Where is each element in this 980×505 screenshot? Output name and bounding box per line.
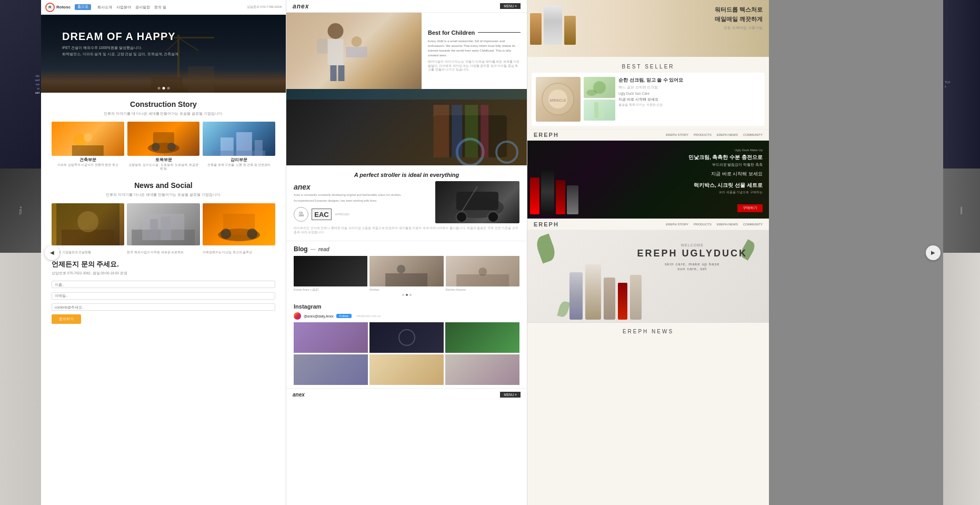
contact-desc: 상담번호 070-7022-3082, 평일 09:00-18:00 운영 (52, 271, 275, 275)
ereph-nav-bar-2: EREPH EREPH STORY PRODUCTS EREPH NEWS CO… (527, 219, 769, 230)
insta-bio: info@anex.com.ua (356, 314, 381, 318)
svg-rect-52 (456, 274, 509, 286)
insta-grid (294, 322, 519, 385)
insta-cell-3 (445, 322, 519, 353)
svg-rect-50 (385, 273, 427, 286)
ereph-nav-links-2: EREPH STORY PRODUCTS EREPH NEWS COMMUNIT… (666, 223, 763, 226)
anex-brand-stroller: anex (294, 183, 431, 191)
contact-submit-button[interactable]: 문의하기 (52, 314, 81, 324)
card-construction-label: 건축부문 (52, 156, 124, 163)
ereph-product-3 (604, 278, 615, 320)
news-card-1 (52, 203, 124, 245)
svg-point-28 (247, 229, 257, 239)
svg-point-58 (586, 90, 597, 96)
ereph-product-4 (618, 283, 627, 320)
dark-hero-sub: 부드러운 발림감이 탁월한 촉촉 (688, 163, 763, 167)
svg-rect-37 (286, 89, 527, 100)
nav-link-1[interactable]: 회사소개 (97, 5, 112, 10)
anex-stroller-section: A perfect stroller is ideal in everythin… (286, 165, 527, 241)
hero-product-3 (564, 16, 576, 45)
blog-caption-1: Korian Anex с ДЦП (294, 288, 367, 291)
svg-rect-35 (317, 39, 328, 54)
ereph-nav-products-1[interactable]: PRODUCTS (694, 133, 712, 136)
ereph-news-section: EREPH NEWS (527, 322, 769, 338)
ereph-nav-community-2[interactable]: COMMUNITY (743, 223, 763, 226)
svg-point-49 (397, 265, 405, 273)
beauty-hero-top: 워터드롭 텍스처로매일매일 깨끗하게 모든 피부타입 사용가능 (527, 0, 769, 57)
dark-product-jar (567, 185, 578, 214)
anex-menu-button-top[interactable]: MENU ≡ (500, 3, 521, 9)
ereph-nav-products-2[interactable]: PRODUCTS (694, 223, 712, 226)
blog-caption-3: Kitchen Autumn (446, 288, 519, 291)
svg-point-27 (221, 229, 231, 239)
news-card-3 (203, 203, 275, 245)
ereph-brand-1: EREPH (534, 132, 559, 138)
contact-email-input[interactable] (52, 292, 275, 300)
buy-button[interactable]: 구매하기 (737, 204, 763, 212)
cert-approved-label: APPROVED (335, 213, 349, 216)
news-caption-1: 당사의 기업발전과 건설현황 (52, 251, 124, 254)
ereph-nav-story-1[interactable]: EREPH STORY (666, 133, 688, 136)
ereph-product-5 (630, 275, 642, 320)
card-supervision: 감리부문 건축을 토목 구조물, 노환 한 건축 등 안전관리 (203, 122, 275, 171)
blog-caption-2: Kitchen (369, 288, 443, 291)
stroller-desc2: An experienced European designer, has be… (294, 199, 431, 203)
svg-point-33 (352, 36, 362, 47)
anex-hero-split: Best for Children Every child is a small… (286, 13, 527, 89)
anex-camera-section (286, 89, 527, 165)
hero-products-left (530, 5, 576, 45)
dark-hero-lucky: 럭키박스, 시크릿 선물 세트로 (688, 182, 763, 189)
story-title: Construction Story (52, 100, 275, 108)
news-desc: 인류의 이야기를 다나은 세대를 만들어가는 초설을 글로벌 기업입니다. (52, 192, 275, 197)
insta-username: @anex@daily.Anex (304, 314, 334, 318)
svg-point-9 (84, 133, 92, 142)
product-1-cta: 지금 바로 시작해 보세요 (618, 97, 761, 102)
product-1-main-image: MIRACLE (536, 77, 581, 122)
card-construction-img (52, 122, 124, 156)
contact-name-input[interactable] (52, 281, 275, 288)
construction-nav: R Rotosc 홈으로 회사소개 사업분야 공사일정 문의 일 상담문의 07… (41, 0, 286, 15)
svg-rect-31 (331, 65, 337, 81)
svg-rect-60 (601, 105, 604, 118)
contact-content-input[interactable] (52, 303, 275, 311)
construction-cards: 건축부문 아파트 상업투자 시공식지 전환적 현연 최고 토목부문 교량설계, … (41, 122, 286, 176)
blog-dash: — (311, 246, 316, 252)
svg-rect-32 (338, 65, 345, 81)
ugly-duck-makeup-label: Ugly Duck Make Up (688, 148, 763, 152)
blog-captions-row: Korian Anex с ДЦП Kitchen Kitchen Autumn (294, 288, 519, 291)
dark-hero-lucky-sub: 프리 세품을 기념으로 구매하는 (688, 190, 763, 195)
bestseller-header: BEST SELLER (527, 57, 769, 73)
ereph-nav-news-1[interactable]: EREPH NEWS (717, 133, 738, 136)
anex-menu-button-bottom[interactable]: MENU ≡ (500, 392, 521, 398)
anex-logo-top: anex (293, 3, 309, 10)
gallery-left-arrow[interactable]: ◀ (45, 245, 59, 260)
ereph-nav-story-2[interactable]: EREPH STORY (666, 223, 688, 226)
gallery-right-arrow[interactable]: ▶ (926, 245, 941, 260)
stroller-body-text: 라이트라인 인아에 언제나 환태한 약을 프리미엄 고품질 제품으로 탄생하여 … (294, 226, 519, 234)
hero-text-container: DREAM OF A HAPPY IFET 건설이 해외수주 1000억원을 달… (41, 15, 286, 57)
nav-link-3[interactable]: 공사일정 (135, 5, 150, 10)
product-1-sub: 해느 같은 선하한 선크림 (618, 85, 761, 90)
card-civil-label: 토목부문 (127, 156, 200, 163)
nav-link-4[interactable]: 문의 일 (154, 5, 166, 10)
bestseller-label: BEST SELLER (622, 64, 674, 70)
nav-link-2[interactable]: 사업분야 (116, 5, 131, 10)
construction-logo: Rotosc (56, 5, 71, 9)
svg-rect-17 (213, 151, 265, 156)
right-partial-panel: TCA ≡ menu (943, 0, 980, 505)
card-civil: 토목부문 교량설계, 상수도시설, 도로설계, 도로설계, 토공관련 등 (127, 122, 200, 171)
anex-instagram-section: Instagram @anex@daily.Anex Follow info@a… (286, 300, 527, 388)
insta-follow-button[interactable]: Follow (336, 314, 352, 318)
main-gallery: R Rotosc 홈으로 회사소개 사업분야 공사일정 문의 일 상담문의 07… (41, 0, 943, 505)
beauty-hero-text: 워터드롭 텍스처로매일매일 깨끗하게 모든 피부타입 사용가능 (715, 5, 763, 31)
svg-rect-42 (465, 105, 478, 157)
svg-rect-30 (328, 39, 344, 65)
news-captions: 당사의 기업발전과 건설현황 한국 해외사업이 이주된 새로운 프로젝트 이해정… (41, 251, 286, 255)
construction-home-badge[interactable]: 홈으로 (75, 4, 91, 10)
ereph-nav-community-1[interactable]: COMMUNITY (743, 133, 763, 136)
blog-title-header: Blog — read (294, 245, 519, 253)
anex-blog-section: Blog — read (286, 241, 527, 300)
ereph-nav-news-2[interactable]: EREPH NEWS (717, 223, 738, 226)
news-caption-2: 한국 해외사업이 이주된 새로운 프로젝트 (127, 251, 199, 254)
svg-rect-23 (150, 219, 158, 240)
